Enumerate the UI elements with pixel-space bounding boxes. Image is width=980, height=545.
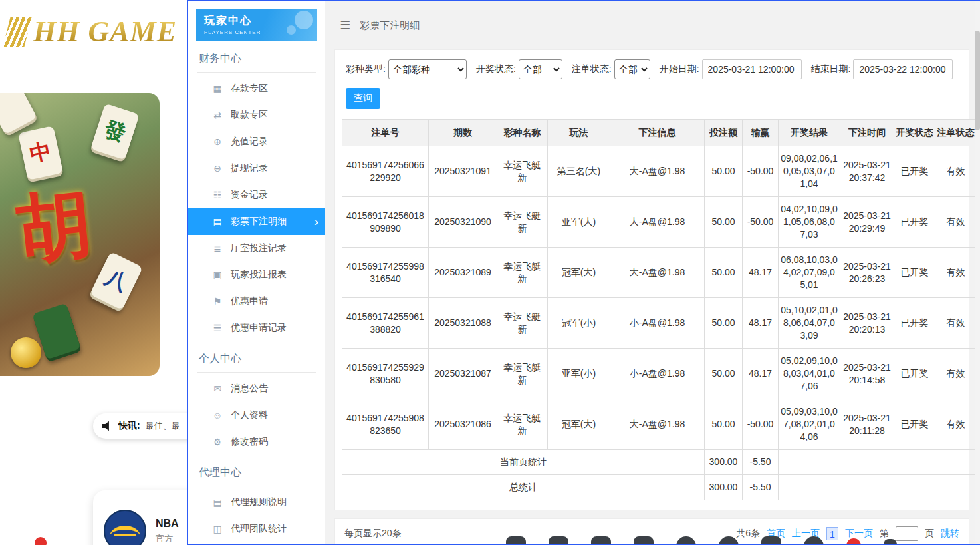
nba-team-logo-icon: [104, 510, 146, 545]
menu-icon[interactable]: ☰: [340, 18, 350, 33]
sidebar-item-label: 充值记录: [231, 136, 268, 148]
cell-bet-time: 2025-03-21 20:20:13: [840, 298, 894, 349]
footer-icon[interactable]: [761, 536, 781, 544]
table-header-row: 注单号 期数 彩种名称 玩法 下注信息 投注额 输赢 开奖结果 下注时间 开奖状…: [342, 120, 977, 146]
sidebar-item-promo-apply[interactable]: ⚑ 优惠申请: [196, 288, 317, 315]
table-row: 401569174255961388820 20250321088 幸运飞艇新 …: [342, 298, 977, 349]
lottery-type-label: 彩种类型:: [346, 63, 386, 75]
sidebar-item-agent-team-stats[interactable]: ◫ 代理团队统计: [196, 516, 317, 542]
end-date-label: 结束日期:: [811, 63, 851, 75]
start-date-input[interactable]: [702, 59, 802, 79]
footer-icon[interactable]: [634, 536, 654, 544]
hall-bet-record-icon: ≣: [211, 243, 224, 254]
cell-win-loss: -50.00: [743, 197, 779, 248]
cell-draw-result: 05,10,02,01,08,06,04,07,03,09: [779, 298, 840, 349]
cell-bet-status: 有效: [935, 248, 977, 298]
table-row: 401569174255998316540 20250321089 幸运飞艇新 …: [342, 248, 977, 298]
section-title-personal: 个人中心: [197, 352, 316, 373]
recharge-record-icon: ⊕: [211, 136, 224, 147]
sidebar-item-lottery-bet-detail[interactable]: ▤ 彩票下注明细 ›: [188, 208, 325, 235]
main-content: ☰ 彩票下注明细 彩种类型: 全部彩种 开奖状态: 全部 注单状态: 全部: [325, 1, 979, 544]
sidebar-item-label: 提现记录: [231, 162, 268, 174]
footer-icon[interactable]: [804, 536, 824, 544]
cell-period: 20250321087: [429, 349, 497, 399]
mahjong-tile: [0, 93, 37, 134]
sidebar-item-label: 代理团队统计: [231, 523, 287, 535]
cell-draw-status: 已开奖: [894, 349, 935, 399]
promo-apply-icon: ⚑: [211, 296, 224, 307]
sidebar-item-label: 厅室投注记录: [231, 242, 287, 254]
lottery-type-select[interactable]: 全部彩种: [388, 59, 467, 79]
sidebar-item-deposit-zone[interactable]: ▦ 存款专区: [196, 75, 317, 102]
page-title: 彩票下注明细: [360, 19, 420, 32]
cell-bet-time: 2025-03-21 20:11:28: [840, 399, 894, 450]
footer-icons-row: [506, 536, 897, 544]
cell-win-loss: 48.17: [743, 349, 779, 399]
sidebar-item-funds-record[interactable]: ☷ 资金记录: [196, 182, 317, 208]
browser-scrollbar[interactable]: [975, 1, 980, 544]
sidebar-item-label: 修改密码: [231, 436, 268, 448]
jump-button[interactable]: 跳转: [941, 528, 959, 540]
news-label: 快讯:: [118, 420, 140, 432]
bet-status-select[interactable]: 全部: [614, 59, 650, 79]
sidebar-item-promo-record[interactable]: ☰ 优惠申请记录: [196, 315, 317, 341]
cell-bet-amount: 50.00: [705, 146, 743, 197]
player-center-modal: 玩家中心 PLAYERS CENTER 财务中心 ▦ 存款专区 ⇄ 取款专区 ⊕…: [187, 0, 980, 545]
cell-order-id: 401569174255998316540: [342, 248, 429, 298]
cell-bet-info: 小-A盘@1.98: [610, 349, 705, 399]
table-row: 401569174255929830580 20250321087 幸运飞艇新 …: [342, 349, 977, 399]
footer-icon[interactable]: [676, 536, 696, 544]
cell-bet-amount: 50.00: [705, 399, 743, 450]
cell-lottery-name: 幸运飞艇新: [497, 197, 548, 248]
cell-bet-info: 小-A盘@1.98: [610, 298, 705, 349]
cell-period: 20250321086: [429, 399, 497, 450]
sidebar-item-recharge-record[interactable]: ⊕ 充值记录: [196, 128, 317, 155]
sidebar-item-agent-rules[interactable]: ▤ 代理规则说明: [196, 489, 317, 516]
cell-order-id: 401569174256066229920: [342, 146, 429, 197]
draw-status-select[interactable]: 全部: [519, 59, 562, 79]
col-bet-info: 下注信息: [610, 120, 705, 146]
cell-bet-amount: 50.00: [705, 197, 743, 248]
cell-win-loss: -50.00: [743, 399, 779, 450]
mahjong-banner-image: 發 中 八 胡: [0, 93, 160, 376]
cell-bet-time: 2025-03-21 20:14:58: [840, 349, 894, 399]
search-button[interactable]: 查询: [346, 88, 380, 109]
cell-draw-result: 05,02,09,10,08,03,04,01,07,06: [779, 349, 840, 399]
col-play-type: 玩法: [548, 120, 610, 146]
cell-bet-status: 有效: [935, 399, 977, 450]
footer-icon[interactable]: [506, 536, 526, 544]
page: HH GAME 發 中 八 胡 快讯: 最佳、最 NBA 官方 玩家中心 PLA…: [0, 0, 980, 545]
sidebar-item-hall-bet-record[interactable]: ≣ 厅室投注记录: [196, 235, 317, 262]
footer-icon[interactable]: [884, 539, 897, 544]
lottery-bet-detail-icon: ▤: [211, 216, 224, 227]
sidebar-subtitle: PLAYERS CENTER: [204, 29, 309, 35]
sidebar-item-label: 玩家投注报表: [231, 269, 287, 281]
summary-empty: [779, 475, 977, 500]
cell-order-id: 401569174255908823650: [342, 399, 429, 450]
cell-period: 20250321088: [429, 298, 497, 349]
sidebar-item-announcements[interactable]: ✉ 消息公告: [196, 375, 317, 402]
footer-icon[interactable]: [549, 536, 568, 544]
cell-draw-status: 已开奖: [894, 248, 935, 298]
table-row: 401569174255908823650 20250321086 幸运飞艇新 …: [342, 399, 977, 450]
footer-icon[interactable]: [846, 538, 861, 544]
footer-icon[interactable]: [719, 536, 739, 544]
sidebar-item-profile[interactable]: ☺ 个人资料: [196, 402, 317, 429]
summary-empty: [779, 450, 977, 475]
sidebar-item-cashout-record[interactable]: ⊖ 提现记录: [196, 155, 317, 182]
scrollbar-thumb[interactable]: [975, 31, 980, 130]
summary-bet-amount: 300.00: [705, 450, 743, 475]
sidebar-item-change-password[interactable]: ⚙ 修改密码: [196, 429, 317, 455]
sidebar-item-withdraw-zone[interactable]: ⇄ 取款专区: [196, 102, 317, 128]
col-draw-result: 开奖结果: [779, 120, 840, 146]
cell-lottery-name: 幸运飞艇新: [497, 399, 548, 450]
sidebar-item-player-bet-report[interactable]: ▣ 玩家投注报表: [196, 262, 317, 288]
withdraw-icon: ⇄: [211, 110, 224, 120]
content-topbar: ☰ 彩票下注明细: [325, 1, 979, 49]
cell-lottery-name: 幸运飞艇新: [497, 146, 548, 197]
end-date-input[interactable]: [853, 59, 953, 79]
footer-icon[interactable]: [591, 536, 611, 544]
jump-page-input[interactable]: [896, 526, 918, 541]
cell-play-type: 冠军(大): [548, 248, 610, 298]
col-bet-time: 下注时间: [840, 120, 894, 146]
